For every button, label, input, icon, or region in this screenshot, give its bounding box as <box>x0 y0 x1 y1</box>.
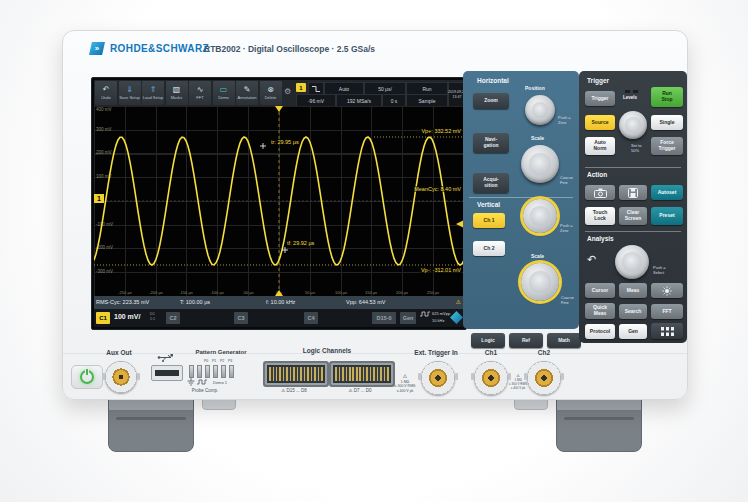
horizontal-scale-knob[interactable] <box>521 145 559 183</box>
math-button[interactable]: Math <box>547 333 581 348</box>
rohde-schwarz-logo-icon: » <box>89 42 105 55</box>
settings-gear-icon[interactable]: ⚙ <box>284 87 291 96</box>
cursor-button[interactable]: Cursor <box>585 283 615 298</box>
single-button[interactable]: Single <box>651 115 683 130</box>
trigger-marker-top <box>275 106 283 112</box>
mean-cyc-annotation: MeanCyc: 8.40 mV <box>413 186 462 192</box>
navigation-button[interactable]: Navi-gation <box>473 133 509 153</box>
logic-connector-d15-d8 <box>263 361 329 387</box>
measurement-rms: RMS-Cyc: 223.35 mV <box>96 299 149 305</box>
pin-label-p0: P0 <box>204 359 208 363</box>
device-foot-right <box>556 394 642 452</box>
horizontal-position-knob[interactable] <box>525 95 555 125</box>
aux-out-label: Aux Out <box>91 349 147 356</box>
screenshot-camera-button[interactable] <box>585 185 615 200</box>
channel2-button[interactable]: Ch 2 <box>473 241 505 256</box>
generator-tab[interactable]: Gen <box>400 312 416 324</box>
p1-pin <box>213 365 218 378</box>
search-button[interactable]: Search <box>619 304 647 319</box>
p0-pin <box>205 365 210 378</box>
demo-label: Demo 1 <box>213 380 227 385</box>
trigger-level-knob[interactable] <box>619 111 647 139</box>
navigation-knob[interactable] <box>615 245 649 279</box>
run-stop-button[interactable]: RunStop <box>651 87 683 107</box>
waveform-graticule: 400 mV 300 mV 200 mV 100 mV -100 mV -200… <box>94 106 465 297</box>
logic-button[interactable]: Logic <box>471 333 505 348</box>
quickmeas-button[interactable]: QuickMeas <box>585 303 615 319</box>
demo-icon[interactable]: ▭Demo <box>213 81 235 105</box>
zoom-button[interactable]: Zoom <box>473 93 509 109</box>
auto-norm-button[interactable]: AutoNorm <box>585 137 615 155</box>
position-knob-label: Position <box>525 85 545 91</box>
delete-icon[interactable]: ⊗Delete <box>260 81 282 105</box>
touch-lock-button[interactable]: TouchLock <box>585 207 615 225</box>
trigger-led-a <box>625 90 630 93</box>
ref-button[interactable]: Ref <box>509 333 543 348</box>
screen-toolbar: ↶Undo ⇓Save Setup ⇑Load Setup ▧Masks ∿FF… <box>94 80 464 106</box>
warning-icon: ⚠ <box>403 373 407 379</box>
undo-glyph: ↶ <box>103 86 110 94</box>
horizontal-scale-knob-hint: Coarse Fine <box>560 175 578 185</box>
vertical-scale-knob-hint: Coarse Fine <box>561 295 579 305</box>
fall-time-annotation: tf: 29.92 µs <box>286 240 315 246</box>
trigger-source-button[interactable]: Source <box>585 115 615 130</box>
trigger-knob-hint: Set to 50% <box>631 143 649 153</box>
action-section-title: Action <box>587 171 607 178</box>
measurement-period: T: 100.00 µs <box>180 299 210 305</box>
brand-name: ROHDE&SCHWARZ <box>110 43 209 54</box>
ch2-connector <box>527 361 561 395</box>
power-icon <box>80 370 94 384</box>
channel1-tab[interactable]: C1 <box>96 312 110 324</box>
display-screen: ↶Undo ⇓Save Setup ⇑Load Setup ▧Masks ∿FF… <box>91 77 467 330</box>
gen-button[interactable]: Gen <box>619 324 647 339</box>
protocol-button[interactable]: Protocol <box>585 324 615 339</box>
trigger-menu-button[interactable]: Trigger <box>585 91 615 106</box>
measurement-warning-icon: ⚠ <box>456 298 461 305</box>
gen-waveform-icon <box>420 311 430 317</box>
channel3-tab[interactable]: C3 <box>234 312 248 324</box>
apps-grid-icon <box>661 327 674 336</box>
fft-button[interactable]: FFT <box>651 304 683 319</box>
undo-icon[interactable]: ↶Undo <box>95 81 117 105</box>
vertical-section-title: Vertical <box>477 201 500 208</box>
force-trigger-button[interactable]: ForceTrigger <box>651 137 683 155</box>
warning-icon: ⚠ <box>281 388 285 393</box>
usb-port <box>151 365 183 381</box>
camera-icon <box>594 188 607 198</box>
acquisition-button[interactable]: Acqui-sition <box>473 173 509 193</box>
annotation-icon[interactable]: ✎Annotation <box>236 81 258 105</box>
power-button[interactable] <box>71 365 103 389</box>
vertical-offset-knob[interactable] <box>523 199 557 233</box>
ext-trigger-connector <box>421 361 455 395</box>
autoset-button[interactable]: Autoset <box>651 185 683 200</box>
channel4-tab[interactable]: C4 <box>304 312 318 324</box>
display-intensity-button[interactable] <box>651 283 683 298</box>
pin-label-p1: P1 <box>212 359 216 363</box>
channel1-button[interactable]: Ch 1 <box>473 213 505 228</box>
clear-screen-button[interactable]: ClearScreen <box>619 207 647 225</box>
warning-icon: ⚠ <box>348 388 352 393</box>
vertical-offset-knob-hint: Push = Zero <box>560 223 578 233</box>
apps-button[interactable] <box>651 323 683 339</box>
pattern-generator-label: Pattern Generator <box>177 349 265 355</box>
vp-minus-annotation: Vp-: -312.01 mV <box>420 267 462 273</box>
vertical-scale-knob[interactable] <box>521 263 559 301</box>
oscilloscope-device: » ROHDE&SCHWARZ RTB2002 · Digital Oscill… <box>62 30 688 400</box>
load-setup-icon[interactable]: ⇑Load Setup <box>142 81 164 105</box>
save-setup-icon[interactable]: ⇓Save Setup <box>119 81 141 105</box>
ext-trigger-label: Ext. Trigger In <box>393 349 479 356</box>
meas-button[interactable]: Meas <box>619 283 647 298</box>
device-foot-left <box>108 394 194 452</box>
masks-icon[interactable]: ▧Masks <box>166 81 188 105</box>
fft-icon[interactable]: ∿FFT <box>189 81 211 105</box>
preset-button[interactable]: Preset <box>651 207 683 225</box>
channel-bar: C1 100 mV/ DC 1:1 C2 C3 C4 D15-0 Gen 625… <box>94 309 464 327</box>
trigger-action-analysis-panel: Trigger Trigger Levels RunStop Source Si… <box>579 71 687 343</box>
logic-tab[interactable]: D15-0 <box>372 312 396 324</box>
save-load-button[interactable] <box>619 185 647 200</box>
section-divider <box>585 231 681 232</box>
channel2-tab[interactable]: C2 <box>166 312 180 324</box>
device-title: RTB2002 · Digital Oscilloscope · 2.5 GSa… <box>204 44 375 54</box>
channel1-scale[interactable]: 100 mV/ <box>114 313 140 320</box>
ground-pin <box>189 365 194 378</box>
